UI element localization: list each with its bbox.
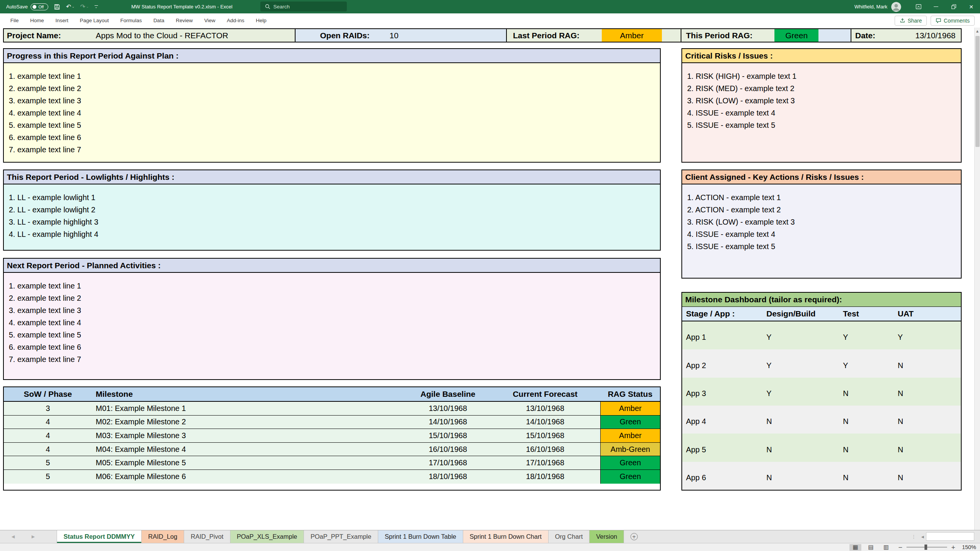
- open-raids-cell[interactable]: Open RAIDs: 10: [295, 29, 506, 42]
- text-line: 1. example text line 1: [8, 280, 656, 292]
- cell-forecast: 15/10/1968: [490, 431, 600, 440]
- section-lowlights-body[interactable]: 1. LL - example lowlight 12. LL - exampl…: [4, 184, 660, 250]
- ribbon-tab[interactable]: Add-ins: [221, 13, 250, 28]
- ribbon-tab[interactable]: File: [5, 13, 24, 28]
- ribbon-tab[interactable]: Formulas: [114, 13, 147, 28]
- table-row[interactable]: 4 M02: Example Milestone 2 14/10/1968 14…: [4, 416, 660, 429]
- project-name-label: Project Name:: [7, 31, 96, 40]
- zoom-slider-thumb[interactable]: [924, 544, 927, 550]
- view-shortcuts: ▦ ▤ ▥: [849, 544, 892, 551]
- ribbon-tab[interactable]: Home: [24, 13, 50, 28]
- ribbon-tab[interactable]: Data: [148, 13, 170, 28]
- page-break-view-icon[interactable]: ▥: [880, 544, 892, 551]
- search-box[interactable]: [260, 2, 347, 11]
- sheet-tab[interactable]: POaP_PPT_Example: [304, 530, 378, 543]
- autosave-switch[interactable]: Off: [31, 3, 48, 10]
- zoom-slider[interactable]: [906, 547, 947, 548]
- sheet-tab-label: RAID_Pivot: [191, 533, 223, 540]
- section-client-assigned-body[interactable]: 1. ACTION - example text 12. ACTION - ex…: [682, 184, 961, 278]
- autosave-toggle[interactable]: AutoSave Off: [6, 3, 48, 10]
- next-sheet-icon[interactable]: ▶: [31, 534, 34, 539]
- text-line: 4. ISSUE - example text 4: [686, 228, 957, 240]
- zoom-level[interactable]: 150%: [959, 544, 976, 550]
- horizontal-scrollbar[interactable]: [926, 532, 974, 541]
- text-line: 3. example text line 3: [8, 95, 656, 107]
- table-row[interactable]: 3 M01: Example Milestone 1 13/10/1968 13…: [4, 402, 660, 416]
- new-sheet-button[interactable]: +: [624, 530, 644, 543]
- sheet-tab[interactable]: Status Report DDMMYY: [57, 530, 142, 543]
- col-header-stage: Stage / App :: [682, 309, 763, 318]
- open-raids-label: Open RAIDs:: [320, 31, 370, 40]
- user-name[interactable]: Whitfield, Mark: [854, 4, 887, 10]
- ribbon-tab[interactable]: View: [198, 13, 221, 28]
- table-row[interactable]: 4 M04: Example Milestone 4 16/10/1968 16…: [4, 443, 660, 456]
- text-line: 5. example text line 5: [8, 119, 656, 131]
- zoom-in-icon[interactable]: +: [951, 544, 956, 550]
- zoom-out-icon[interactable]: −: [898, 544, 903, 550]
- tab-splitter-handle[interactable]: ⋮: [911, 530, 919, 543]
- ribbon-tab[interactable]: Help: [250, 13, 272, 28]
- dashboard-row[interactable]: App 4 N N N: [682, 406, 961, 434]
- scroll-left-icon[interactable]: ◀: [919, 530, 926, 543]
- undo-button[interactable]: ↶ ⌄: [66, 4, 74, 10]
- cell-forecast: 18/10/1968: [490, 472, 600, 481]
- cell-forecast: 14/10/1968: [490, 417, 600, 426]
- last-period-rag-cell[interactable]: Last Period RAG: Amber: [506, 29, 681, 42]
- ribbon-tab[interactable]: Review: [170, 13, 198, 28]
- vertical-scrollbar-thumb[interactable]: [975, 36, 980, 147]
- add-sheet-icon: +: [630, 533, 638, 540]
- sheet-tab[interactable]: POaP_XLS_Example: [230, 530, 304, 543]
- dashboard-row[interactable]: App 2 Y Y N: [682, 349, 961, 377]
- cell-phase: 4: [4, 445, 92, 454]
- table-row[interactable]: 4 M03: Example Milestone 3 15/10/1968 15…: [4, 429, 660, 443]
- text-line: 4. example text line 4: [8, 316, 656, 329]
- sheet-tab[interactable]: Version: [590, 530, 624, 543]
- ribbon-tab[interactable]: Page Layout: [74, 13, 115, 28]
- sheet-tab[interactable]: RAID_Pivot: [184, 530, 230, 543]
- sheet-tab-label: Status Report DDMMYY: [64, 533, 135, 540]
- sheet-tab[interactable]: Org Chart: [549, 530, 590, 543]
- close-button[interactable]: ✕: [962, 0, 980, 13]
- sheet-tab[interactable]: Sprint 1 Burn Down Table: [378, 530, 463, 543]
- col-header-phase: SoW / Phase: [4, 390, 92, 399]
- section-critical-risks-body[interactable]: 1. RISK (HIGH) - example text 12. RISK (…: [682, 63, 961, 162]
- ribbon-display-options-button[interactable]: [910, 0, 927, 13]
- dashboard-row[interactable]: App 5 N N N: [682, 434, 961, 461]
- minimize-button[interactable]: [927, 0, 945, 13]
- table-row[interactable]: 5 M06: Example Milestone 6 18/10/1968 18…: [4, 470, 660, 484]
- customize-quick-access-button[interactable]: ⌄: [95, 5, 98, 8]
- search-input[interactable]: [273, 4, 335, 10]
- dashboard-row[interactable]: App 3 Y N N: [682, 378, 961, 406]
- date-cell[interactable]: Date: 13/10/1968: [851, 29, 961, 42]
- save-button[interactable]: [54, 4, 60, 10]
- restore-button[interactable]: [945, 0, 962, 13]
- cell-milestone: M01: Example Milestone 1: [92, 404, 406, 413]
- vertical-scrollbar[interactable]: ▲: [974, 28, 980, 530]
- tabbar-spacer: [644, 530, 911, 543]
- this-period-rag-cell[interactable]: This Period RAG: Green: [681, 29, 851, 42]
- normal-view-icon[interactable]: ▦: [849, 544, 861, 551]
- section-progress-body[interactable]: 1. example text line 12. example text li…: [4, 63, 660, 162]
- scroll-up-icon[interactable]: ▲: [975, 28, 980, 34]
- redo-button[interactable]: ↷ ⌄: [80, 4, 88, 10]
- ribbon-tab[interactable]: Insert: [50, 13, 74, 28]
- share-button[interactable]: Share: [895, 16, 927, 26]
- project-name-cell[interactable]: Project Name: Apps Mod to the Cloud - RE…: [4, 29, 295, 42]
- prev-sheet-icon[interactable]: ◀: [11, 534, 15, 539]
- sheet-tabs: Status Report DDMMYY RAID_Log RAID_Pivot…: [57, 530, 624, 543]
- cell-baseline: 17/10/1968: [406, 458, 490, 467]
- cell-test: N: [839, 473, 894, 482]
- sheet-tab[interactable]: RAID_Log: [142, 530, 184, 543]
- section-client-assigned-title: Client Assigned - Key Actions / Risks / …: [682, 170, 961, 184]
- dashboard-row[interactable]: App 1 Y Y Y: [682, 321, 961, 349]
- milestone-dashboard-rows: App 1 Y Y Y App 2 Y Y N App 3: [682, 321, 961, 490]
- dashboard-row[interactable]: App 6 N N N: [682, 462, 961, 490]
- section-planned-title: Next Report Period - Planned Activities …: [4, 259, 660, 273]
- cell-uat: N: [894, 361, 961, 370]
- sheet-tab[interactable]: Sprint 1 Burn Down Chart: [463, 530, 549, 543]
- table-row[interactable]: 5 M05: Example Milestone 5 17/10/1968 17…: [4, 456, 660, 470]
- section-planned-body[interactable]: 1. example text line 12. example text li…: [4, 273, 660, 379]
- page-layout-view-icon[interactable]: ▤: [865, 544, 877, 551]
- avatar[interactable]: [891, 2, 901, 12]
- comments-button[interactable]: Comments: [931, 16, 975, 26]
